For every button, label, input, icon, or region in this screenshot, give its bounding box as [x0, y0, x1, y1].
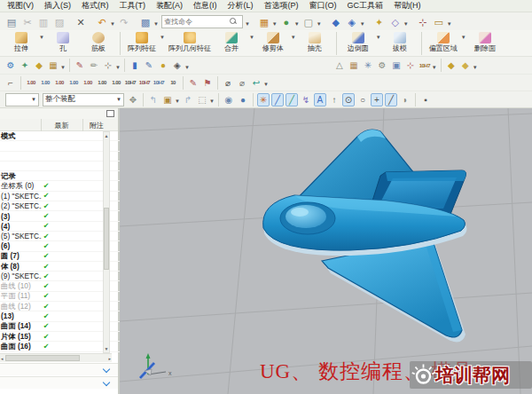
undo-icon[interactable]: ↶ — [95, 15, 109, 29]
point-set-icon[interactable]: ✳ — [362, 59, 374, 72]
shaded-sphere-icon[interactable]: ● — [237, 93, 249, 106]
feature-tree-row-9[interactable]: (4)✔ — [0, 222, 120, 232]
horizontal-scrollbar[interactable]: ◂ ▸ — [0, 353, 112, 362]
surface-tool-icon[interactable]: ◆ — [33, 59, 45, 72]
save-icon[interactable]: ▤ — [4, 15, 19, 29]
menu-item-2[interactable]: 格式(R) — [77, 0, 113, 12]
dropdown-caret-icon[interactable]: ▼ — [447, 21, 452, 27]
feature-tree-row-11[interactable]: (6)✔ — [0, 241, 120, 251]
dropdown-caret-icon[interactable]: ▼ — [432, 65, 437, 70]
ruler-icon[interactable]: ▭ — [432, 15, 446, 29]
coin-icon[interactable]: ● — [157, 59, 169, 72]
airplane-model[interactable] — [263, 130, 467, 342]
ribbon-button-rib[interactable]: 筋板 — [81, 31, 116, 52]
fit-tol-icon[interactable]: 10H7 — [124, 76, 137, 90]
feature-tree-row-10[interactable]: (5) "SKETC...✔ — [0, 232, 120, 241]
snap-endpoint-icon[interactable]: ╱ — [271, 93, 284, 106]
dropdown-caret-icon[interactable]: ▼ — [461, 35, 466, 40]
details-section-header[interactable] — [0, 376, 118, 389]
render-style-icon[interactable]: ● — [279, 15, 293, 29]
more-tools-icon[interactable]: ◈ — [171, 59, 184, 72]
tolerance-icon[interactable]: 10H7 — [419, 59, 431, 72]
ribbon-button-pattern-feature[interactable]: 阵列特征 — [124, 31, 160, 52]
window-capture-icon[interactable]: ▩ — [138, 15, 153, 29]
dropdown-caret-icon[interactable]: ▼ — [153, 21, 159, 27]
menu-item-7[interactable]: 首选项(P) — [260, 0, 303, 12]
corner-icon[interactable]: ⌐ — [4, 76, 17, 90]
capture-icon[interactable]: ▣ — [161, 93, 174, 106]
snap-center-icon[interactable]: ⊙ — [342, 93, 355, 106]
display-icon[interactable]: ▣ — [390, 59, 403, 72]
pencil-icon[interactable]: ✎ — [143, 59, 155, 72]
snap-tangent-icon[interactable]: ╱ — [385, 93, 397, 106]
dimension-icon[interactable]: ⊹ — [404, 59, 417, 72]
dropdown-caret-icon[interactable]: ▼ — [249, 35, 254, 40]
measure-icon[interactable]: ⊹ — [416, 15, 430, 29]
dropdown-caret-icon[interactable]: ▼ — [473, 65, 478, 70]
snap-quadrant-icon[interactable]: ○ — [356, 93, 369, 106]
column-header-note[interactable]: 附注 — [83, 121, 110, 130]
ribbon-button-delete-face[interactable]: 删除面 — [467, 31, 503, 52]
ribbon-button-edge-blend[interactable]: 边倒圆 — [340, 31, 376, 52]
ribbon-button-hole[interactable]: 孔 — [45, 31, 81, 52]
selection-scope-combo[interactable]: 整个装配▼ — [43, 93, 124, 106]
show-hide-icon[interactable]: ✦ — [372, 15, 387, 29]
feature-tree-row-21[interactable]: 曲面 (16)✔ — [0, 342, 120, 351]
dropdown-caret-icon[interactable]: ▼ — [360, 21, 365, 27]
ribbon-button-pattern-geometry[interactable]: 阵列几何特征 — [166, 31, 214, 52]
radius-icon[interactable]: ⌀ — [236, 76, 248, 90]
menu-item-9[interactable]: GC工具箱 — [343, 0, 388, 12]
feature-tree-row-7[interactable]: (2) "SKETC...✔ — [0, 201, 120, 211]
rect-select-icon[interactable]: ⬚ — [196, 93, 208, 106]
rotate-view-icon[interactable]: ◈ — [345, 15, 359, 29]
dim-limit-icon[interactable]: 1.00 — [53, 76, 66, 90]
datum-plane-icon[interactable]: △ — [333, 59, 346, 72]
feature-tool-icon[interactable]: ⚙ — [4, 59, 17, 72]
feature-tree-row-2[interactable] — [0, 152, 120, 162]
scroll-down-icon[interactable]: ▼ — [104, 346, 109, 351]
dependencies-section-header[interactable] — [0, 363, 118, 375]
feature-tree-row-12[interactable]: 圆 (7)✔ — [0, 252, 120, 262]
snap-vertex-icon[interactable]: ↑ — [328, 93, 340, 106]
gear-icon[interactable]: ⚙ — [376, 59, 388, 72]
dropdown-caret-icon[interactable]: ▼ — [115, 65, 121, 70]
dim-decimal-icon[interactable]: 1.00 — [25, 76, 37, 90]
fit-tol2-icon[interactable]: 10H7 — [138, 76, 151, 90]
background-icon[interactable]: ▢ — [301, 15, 316, 29]
feature-tree-row-19[interactable]: 曲面 (14)✔ — [0, 322, 120, 332]
copy-icon[interactable]: ▥ — [36, 15, 51, 29]
feature-tree-row-0[interactable]: 模式 — [0, 131, 120, 141]
dropdown-caret-icon[interactable]: ▼ — [60, 65, 66, 70]
snap-pole-icon[interactable]: ↯ — [300, 93, 312, 106]
float-panel-button[interactable] — [106, 110, 114, 117]
snap-intersection-icon[interactable]: + — [371, 93, 383, 106]
search-input[interactable] — [164, 18, 230, 26]
fit-tol4-icon[interactable]: 10 — [167, 76, 179, 90]
next-selection-icon[interactable]: ↱ — [182, 93, 194, 106]
dim-lower-icon[interactable]: 1.00 — [82, 76, 94, 90]
feature-tree-row-1[interactable] — [0, 141, 120, 151]
command-finder[interactable] — [161, 15, 243, 28]
menu-item-4[interactable]: 装配(A) — [152, 0, 187, 12]
dropdown-caret-icon[interactable]: ▼ — [263, 82, 269, 87]
delete-icon[interactable]: ✕ — [74, 15, 88, 29]
dropdown-caret-icon[interactable]: ▼ — [110, 21, 115, 27]
snap-point-icon[interactable]: ✳ — [257, 93, 270, 106]
scrollbar-thumb[interactable] — [104, 208, 109, 270]
dropdown-caret-icon[interactable]: ▼ — [317, 21, 322, 27]
scroll-up-icon[interactable]: ▲ — [104, 133, 109, 138]
selection-priority-icon[interactable]: ✥ — [127, 93, 139, 106]
feature-tree-row-13[interactable]: 体 (8)✔ — [0, 262, 120, 272]
previous-selection-icon[interactable]: ↰ — [147, 93, 160, 106]
feature-tree-row-20[interactable]: 片体 (15)✔ — [0, 332, 120, 342]
snap-curve-icon[interactable]: ◗ — [399, 93, 411, 106]
ribbon-button-unite[interactable]: 合并 — [214, 31, 249, 52]
orient-view-icon[interactable]: ◆ — [329, 15, 343, 29]
dropdown-caret-icon[interactable]: ▼ — [291, 35, 296, 40]
menu-item-3[interactable]: 工具(T) — [115, 0, 151, 12]
dropdown-caret-icon[interactable]: ▼ — [160, 35, 165, 40]
edit-object-display-icon[interactable]: ◇ — [388, 15, 403, 29]
dim-boxed-icon[interactable]: 1.00 — [96, 76, 108, 90]
role-icon[interactable]: ◆ — [445, 59, 458, 72]
dropdown-caret-icon[interactable]: ▼ — [175, 98, 180, 104]
